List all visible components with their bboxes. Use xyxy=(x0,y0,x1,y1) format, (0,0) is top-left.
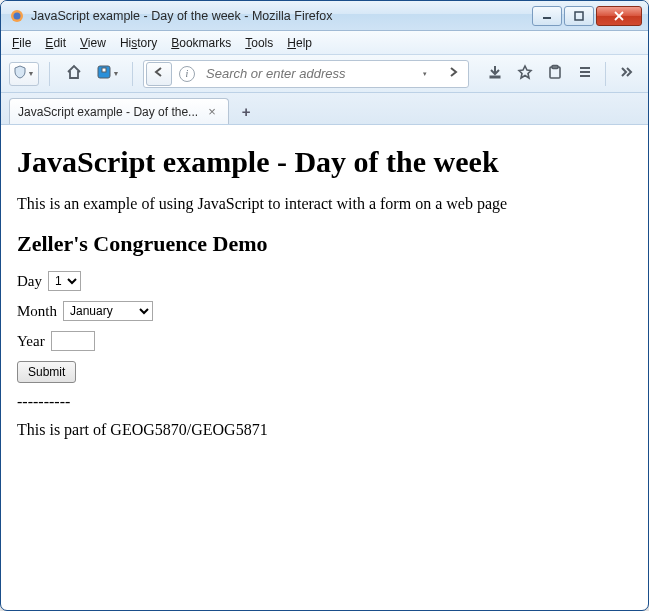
menu-tools[interactable]: Tools xyxy=(238,34,280,52)
section-heading: Zeller's Congruence Demo xyxy=(17,231,632,257)
titlebar: JavaScript example - Day of the week - M… xyxy=(1,1,648,31)
window-controls xyxy=(530,6,642,26)
page-content: JavaScript example - Day of the week Thi… xyxy=(1,125,648,610)
firefox-window: JavaScript example - Day of the week - M… xyxy=(0,0,649,611)
tracking-protection-button[interactable]: ▼ xyxy=(9,62,39,86)
year-row: Year xyxy=(17,331,632,351)
month-select[interactable]: January xyxy=(63,301,153,321)
dropdown-button[interactable]: ▾ xyxy=(412,62,438,86)
close-icon: × xyxy=(208,104,216,119)
arrow-right-icon xyxy=(446,65,460,82)
plus-icon: + xyxy=(242,103,251,120)
pocket-icon xyxy=(97,65,111,82)
chevron-down-icon: ▼ xyxy=(28,70,35,77)
toolbar-separator xyxy=(49,62,50,86)
menu-file[interactable]: File xyxy=(5,34,38,52)
svg-rect-7 xyxy=(102,68,106,72)
menu-view[interactable]: View xyxy=(73,34,113,52)
page-favicon xyxy=(9,8,25,24)
back-button[interactable] xyxy=(146,62,172,86)
footer-text: This is part of GEOG5870/GEOG5871 xyxy=(17,421,632,439)
browser-tab[interactable]: JavaScript example - Day of the... × xyxy=(9,98,229,124)
app-menu-button[interactable] xyxy=(571,60,599,88)
clipboard-icon xyxy=(547,64,563,83)
intro-text: This is an example of using JavaScript t… xyxy=(17,195,632,213)
info-icon: i xyxy=(179,66,195,82)
bookmarks-button[interactable] xyxy=(511,60,539,88)
submit-button[interactable]: Submit xyxy=(17,361,76,383)
submit-row: Submit xyxy=(17,361,632,383)
window-title: JavaScript example - Day of the week - M… xyxy=(31,9,530,23)
tab-close-button[interactable]: × xyxy=(204,104,220,120)
library-button[interactable] xyxy=(541,60,569,88)
downloads-button[interactable] xyxy=(481,60,509,88)
url-input[interactable] xyxy=(202,66,410,81)
svg-rect-3 xyxy=(575,12,583,20)
new-tab-button[interactable]: + xyxy=(235,100,257,122)
year-label: Year xyxy=(17,333,45,350)
star-icon xyxy=(517,64,533,83)
minimize-button[interactable] xyxy=(532,6,562,26)
download-icon xyxy=(487,64,503,83)
home-button[interactable] xyxy=(60,60,88,88)
maximize-button[interactable] xyxy=(564,6,594,26)
arrow-left-icon xyxy=(152,65,166,82)
day-select[interactable]: 1 xyxy=(48,271,81,291)
chevrons-right-icon xyxy=(618,64,634,83)
close-button[interactable] xyxy=(596,6,642,26)
hamburger-icon xyxy=(577,64,593,83)
menu-edit[interactable]: Edit xyxy=(38,34,73,52)
tab-label: JavaScript example - Day of the... xyxy=(18,105,198,119)
toolbar-separator xyxy=(132,62,133,86)
menubar: File Edit View History Bookmarks Tools H… xyxy=(1,31,648,55)
svg-point-1 xyxy=(14,12,21,19)
divider-text: ---------- xyxy=(17,393,632,411)
chevron-down-icon: ▾ xyxy=(423,70,427,78)
toolbar-separator xyxy=(605,62,606,86)
svg-rect-8 xyxy=(490,76,500,78)
menu-bookmarks[interactable]: Bookmarks xyxy=(164,34,238,52)
chevron-down-icon: ▼ xyxy=(113,70,120,77)
day-row: Day 1 xyxy=(17,271,632,291)
page-heading: JavaScript example - Day of the week xyxy=(17,145,632,179)
menu-history[interactable]: History xyxy=(113,34,164,52)
tab-strip: JavaScript example - Day of the... × + xyxy=(1,93,648,125)
home-icon xyxy=(65,63,83,84)
pocket-button[interactable]: ▼ xyxy=(94,60,122,88)
address-bar: i ▾ xyxy=(143,60,469,88)
toolbar: ▼ ▼ i ▾ xyxy=(1,55,648,93)
day-label: Day xyxy=(17,273,42,290)
year-input[interactable] xyxy=(51,331,95,351)
menu-help[interactable]: Help xyxy=(280,34,319,52)
month-label: Month xyxy=(17,303,57,320)
month-row: Month January xyxy=(17,301,632,321)
overflow-button[interactable] xyxy=(612,60,640,88)
toolbar-right xyxy=(481,60,640,88)
identity-button[interactable]: i xyxy=(174,62,200,86)
shield-icon xyxy=(14,65,26,82)
go-button[interactable] xyxy=(440,62,466,86)
